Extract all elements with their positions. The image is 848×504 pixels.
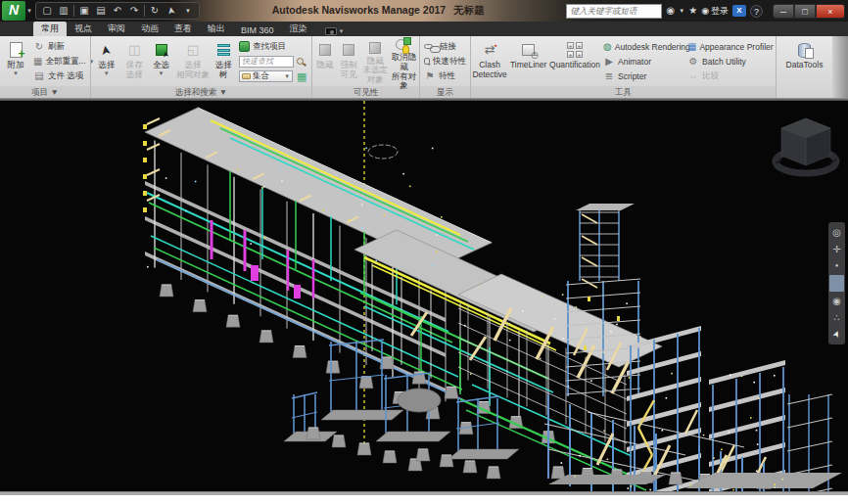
application-menu-button[interactable]: N xyxy=(2,1,25,21)
group-tools: ⇄ Clash Detective TimeLiner ++++ Quantif… xyxy=(470,36,776,98)
close-button[interactable]: × xyxy=(816,4,845,19)
search-binoculars-icon[interactable]: ◉ xyxy=(666,4,675,18)
application-menu-arrow-icon[interactable]: ▼ xyxy=(26,8,32,14)
quantification-label: Quantification xyxy=(549,61,600,70)
group-label-display: 显示 xyxy=(420,86,470,98)
refresh-button[interactable]: ↻ 刷新 xyxy=(30,39,89,54)
qat-customize-icon[interactable]: ▼ xyxy=(180,3,196,19)
open-icon[interactable]: ▢ xyxy=(39,3,55,19)
save-selection-icon: ◫ xyxy=(128,39,140,61)
append-icon[interactable]: ▥ xyxy=(56,3,71,19)
unhide-all-button[interactable]: 取消隐藏 所有对象 xyxy=(390,37,418,85)
require-button[interactable]: 强制可见 xyxy=(336,37,360,85)
require-icon xyxy=(343,44,354,56)
select-all-button[interactable]: 全选 ▼ xyxy=(148,37,174,85)
unhide-all-icon xyxy=(396,39,411,53)
zoom-icon[interactable]: ● xyxy=(829,258,844,273)
orbit-tool-active[interactable] xyxy=(829,275,844,292)
save-selection-button[interactable]: ◫ 保存 选择 xyxy=(120,37,147,85)
select-same-button[interactable]: ◱ 选择 相同对象 xyxy=(174,37,211,85)
view-cube[interactable] xyxy=(770,109,838,177)
document-title: 无标题 xyxy=(453,4,485,16)
sets-dropdown[interactable]: 集合 ▼ xyxy=(239,70,293,82)
quick-find-search-icon[interactable] xyxy=(297,58,304,65)
tab-home[interactable]: 常用 xyxy=(33,22,67,36)
autodesk-rendering-button[interactable]: ◍ Autodesk Rendering xyxy=(600,39,684,54)
navisworks-window: N ▼ ▢ ▥ ▣ ▤ ↶ ↷ ↻ ➤ ▼ Autodesk Naviswork… xyxy=(0,0,848,504)
selection-tree-label-2: 树 xyxy=(219,70,228,80)
render-in-cloud-button[interactable]: ▼ xyxy=(325,27,345,36)
require-label: 强制可见 xyxy=(336,61,360,80)
exchange-apps-icon[interactable]: X xyxy=(732,5,746,17)
tab-render[interactable]: 渲染 xyxy=(282,22,315,36)
batch-utility-icon: ⚙ xyxy=(687,56,699,68)
hide-button[interactable]: 隐藏 xyxy=(313,37,336,85)
datatools-button[interactable]: DataTools xyxy=(778,37,831,85)
clash-detective-button[interactable]: ⇄ Clash Detective xyxy=(472,37,507,85)
quantification-button[interactable]: ++++ Quantification xyxy=(549,37,600,85)
links-label: 链接 xyxy=(440,41,456,53)
group-label-select-search[interactable]: 选择和搜索 ▼ xyxy=(91,86,311,98)
minimize-button[interactable]: ─ xyxy=(773,4,794,19)
appearance-profiler-button[interactable]: ▦ Appearance Profiler xyxy=(684,39,775,54)
find-items-button[interactable]: 查找项目 xyxy=(236,39,310,54)
pointer-icon[interactable]: ➤ xyxy=(827,325,847,344)
tab-animation[interactable]: 动画 xyxy=(133,22,166,36)
clash-label-2: Detective xyxy=(472,70,506,80)
save-icon[interactable]: ▣ xyxy=(76,3,92,19)
sign-in-button[interactable]: ◉ 登录 xyxy=(701,5,729,18)
infocenter-search-input[interactable] xyxy=(566,4,662,19)
undo-icon[interactable]: ↶ xyxy=(110,3,125,19)
group-visibility: 隐藏 强制可见 隐藏 未选定对象 取消隐藏 所有对象 可见性 xyxy=(311,36,419,98)
quick-properties-label: 快速特性 xyxy=(433,56,466,68)
batch-utility-button[interactable]: ⚙ Batch Utility xyxy=(684,54,775,69)
group-label-visibility: 可见性 xyxy=(312,86,419,98)
attach-button[interactable]: 附加 ▼ xyxy=(1,37,30,85)
datatools-label: DataTools xyxy=(786,61,824,70)
steering-wheel-icon[interactable]: ◎ xyxy=(829,225,844,240)
group-label-project[interactable]: 项目 ▼ xyxy=(0,86,90,98)
manage-sets-icon[interactable]: ▦ xyxy=(296,70,307,82)
file-options-button[interactable]: ▤ 文件 选项 xyxy=(30,69,89,83)
compare-button[interactable]: ⇔ 比较 xyxy=(684,69,775,83)
selection-tree-button[interactable]: 选择 树 xyxy=(212,37,236,85)
scripter-button[interactable]: ≣ Scripter xyxy=(600,69,684,83)
select-cursor-icon[interactable]: ➤ xyxy=(163,2,181,21)
walk-icon[interactable]: ∴ xyxy=(829,310,844,325)
redo-icon[interactable]: ↷ xyxy=(126,3,142,19)
window-controls: ─ □ × xyxy=(773,4,845,19)
file-options-label: 文件 选项 xyxy=(48,70,83,82)
appearance-profiler-label: Appearance Profiler xyxy=(699,42,773,52)
tab-output[interactable]: 输出 xyxy=(200,22,233,36)
camera-icon xyxy=(325,27,337,35)
favorites-star-icon[interactable]: ★ xyxy=(688,4,697,18)
maximize-button[interactable]: □ xyxy=(794,4,816,19)
select-button[interactable]: ➤ 选择 ▼ xyxy=(92,37,120,85)
properties-button[interactable]: ⚑ 特性 xyxy=(421,69,469,83)
help-icon[interactable]: ? xyxy=(750,5,763,18)
viewport-canvas[interactable]: ◎ ✛ ● ◉ ∴ ➤ xyxy=(0,101,848,491)
hide-unselected-label-2: 未选定对象 xyxy=(361,66,390,85)
select-same-icon: ◱ xyxy=(187,39,199,61)
window-bottom-strip xyxy=(0,491,848,495)
group-datatools: DataTools xyxy=(776,36,832,98)
search-dropdown-icon[interactable]: ▼ xyxy=(679,4,684,18)
timeliner-button[interactable]: TimeLiner xyxy=(507,37,549,85)
reset-all-button[interactable]: ▦ 全部重置... ▼ xyxy=(30,54,89,69)
scripter-label: Scripter xyxy=(618,71,646,81)
pan-icon[interactable]: ✛ xyxy=(829,242,844,256)
quick-find-input[interactable] xyxy=(239,56,294,68)
tab-bim360[interactable]: BIM 360 xyxy=(233,24,282,36)
quick-properties-button[interactable]: 快速特性 xyxy=(421,54,469,69)
print-icon[interactable]: ▤ xyxy=(93,3,109,19)
look-around-icon[interactable]: ◉ xyxy=(829,294,844,308)
refresh-icon: ↻ xyxy=(33,41,45,53)
refresh-icon[interactable]: ↻ xyxy=(147,3,163,19)
links-icon xyxy=(424,44,433,49)
tab-viewpoint[interactable]: 视点 xyxy=(67,22,100,36)
hide-unselected-button[interactable]: 隐藏 未选定对象 xyxy=(361,37,390,85)
tab-review[interactable]: 审阅 xyxy=(100,22,133,36)
links-button[interactable]: 链接 xyxy=(421,39,469,54)
tab-view[interactable]: 查看 xyxy=(166,22,200,36)
animator-button[interactable]: ▶ Animator xyxy=(600,54,684,69)
